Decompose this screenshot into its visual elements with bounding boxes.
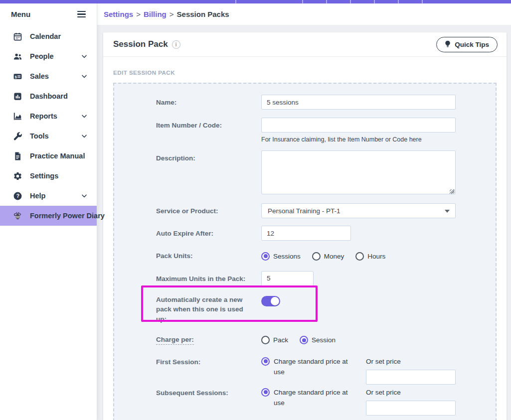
- name-row: Name:: [156, 95, 486, 110]
- sidebar-item-label: Help: [30, 192, 45, 200]
- topbar-segment-divider: [235, 0, 236, 3]
- edit-session-pack-form: Name: Item Number / Code: For Insurance …: [113, 83, 497, 420]
- max-units-row: Maximum Units in the Pack:: [156, 271, 486, 286]
- sidebar-nav: Calendar People $ Sales: [0, 26, 97, 226]
- item-number-input[interactable]: [261, 118, 456, 133]
- first-session-row: First Session: Charge standard price at …: [156, 357, 486, 385]
- breadcrumb: Settings > Billing > Session Packs: [97, 3, 511, 25]
- sidebar-item-tools[interactable]: Tools: [0, 126, 97, 146]
- pack-units-row: Pack Units: Sessions Money Hours: [156, 251, 486, 261]
- document-icon: [13, 151, 22, 161]
- item-number-label: Item Number / Code:: [156, 118, 261, 143]
- sidebar-item-dashboard[interactable]: Dashboard: [0, 86, 97, 106]
- pack-units-hours-label[interactable]: Hours: [367, 253, 385, 260]
- description-row: Description:: [156, 150, 486, 196]
- service-row: Service or Product: Personal Training - …: [156, 203, 486, 218]
- sidebar-item-people[interactable]: People: [0, 46, 97, 66]
- subsequent-price-input[interactable]: [366, 401, 456, 416]
- people-icon: [13, 52, 22, 61]
- auto-create-toggle[interactable]: [261, 296, 280, 306]
- auto-expire-input[interactable]: [261, 226, 351, 241]
- auto-expire-row: Auto Expire After:: [156, 226, 486, 241]
- subsequent-standard-label[interactable]: Charge standard price at use: [274, 388, 353, 416]
- svg-text:?: ?: [16, 193, 19, 199]
- sidebar-item-help[interactable]: ? Help: [0, 186, 97, 206]
- sidebar-item-calendar[interactable]: Calendar: [0, 26, 97, 46]
- reports-icon: [13, 112, 22, 121]
- quick-tips-button[interactable]: Quick Tips: [436, 37, 498, 52]
- pack-units-sessions-label[interactable]: Sessions: [273, 253, 301, 260]
- sidebar: Menu Calendar People: [0, 3, 97, 420]
- page-title: Session Pack: [113, 39, 168, 49]
- svg-text:$: $: [15, 75, 17, 79]
- first-session-standard-label[interactable]: Charge standard price at use: [274, 357, 353, 385]
- breadcrumb-current: Session Packs: [177, 10, 229, 18]
- bee-icon: [13, 211, 22, 221]
- wrench-icon: [13, 132, 22, 141]
- subsequent-sessions-label: Subsequent Sessions:: [156, 388, 261, 416]
- sidebar-item-settings[interactable]: Settings: [0, 166, 97, 186]
- subsequent-sessions-row: Subsequent Sessions: Charge standard pri…: [156, 388, 486, 416]
- description-label: Description:: [156, 150, 261, 196]
- sidebar-item-practice-manual[interactable]: Practice Manual: [0, 146, 97, 166]
- sidebar-item-reports[interactable]: Reports: [0, 106, 97, 126]
- toggle-knob: [271, 297, 279, 305]
- charge-per-pack-radio[interactable]: [261, 336, 270, 344]
- sidebar-item-label: Sales: [30, 72, 49, 80]
- charge-per-label: Charge per:: [156, 334, 261, 345]
- pack-units-hours-radio[interactable]: [355, 252, 364, 261]
- card-body: EDIT SESSION PACK Name: Item Number / Co…: [103, 57, 507, 420]
- main-content: Settings > Billing > Session Packs Sessi…: [97, 3, 511, 420]
- charge-per-pack-label[interactable]: Pack: [273, 336, 288, 344]
- name-label: Name:: [156, 95, 261, 110]
- sidebar-item-label: Calendar: [30, 32, 61, 40]
- quick-tips-label: Quick Tips: [455, 41, 489, 48]
- chevron-down-icon: [81, 53, 88, 60]
- pack-units-money-radio[interactable]: [312, 252, 321, 261]
- pack-units-sessions-radio[interactable]: [261, 252, 270, 261]
- max-units-input[interactable]: [261, 271, 314, 286]
- subsequent-or-label: Or set price: [366, 388, 456, 396]
- item-number-row: Item Number / Code: For Insurance claimi…: [156, 118, 486, 143]
- description-textarea[interactable]: [261, 150, 456, 194]
- session-pack-card: Session Pack i Quick Tips EDIT SESSION P…: [103, 32, 507, 420]
- sidebar-header: Menu: [0, 3, 97, 22]
- sidebar-item-label: Tools: [30, 132, 49, 140]
- first-session-standard-radio[interactable]: [261, 357, 270, 366]
- pack-units-money-label[interactable]: Money: [324, 253, 344, 260]
- card-header: Session Pack i Quick Tips: [103, 32, 507, 57]
- topbar-segment-divider: [374, 0, 375, 3]
- subsequent-standard-radio[interactable]: [261, 388, 270, 397]
- service-selected-value: Personal Training - PT-1: [268, 207, 341, 215]
- sidebar-item-label: Dashboard: [30, 92, 68, 100]
- pack-units-label: Pack Units:: [156, 251, 261, 261]
- breadcrumb-settings-link[interactable]: Settings: [104, 10, 133, 18]
- lightbulb-icon: [445, 40, 451, 48]
- help-icon: ?: [13, 191, 22, 201]
- charge-per-row: Charge per: Pack Session: [156, 334, 486, 345]
- info-icon[interactable]: i: [172, 40, 180, 49]
- top-accent-strip: [0, 0, 511, 3]
- auto-create-label: Automatically create a new pack when thi…: [156, 294, 261, 324]
- sidebar-item-label: Practice Manual: [30, 152, 85, 160]
- hamburger-menu-icon[interactable]: [77, 11, 86, 17]
- sidebar-item-label: Reports: [30, 112, 57, 120]
- breadcrumb-separator: >: [170, 10, 174, 18]
- sidebar-item-label: People: [30, 52, 54, 60]
- service-select[interactable]: Personal Training - PT-1: [261, 203, 456, 218]
- sidebar-item-sales[interactable]: $ Sales: [0, 66, 97, 86]
- dashboard-icon: [13, 92, 22, 101]
- gear-icon: [13, 171, 22, 181]
- charge-per-session-radio[interactable]: [300, 336, 308, 344]
- sidebar-item-formerly-power-diary[interactable]: Formerly Power Diary: [0, 206, 97, 226]
- menu-title: Menu: [11, 10, 30, 18]
- sidebar-item-label: Settings: [30, 172, 58, 180]
- chevron-down-icon: [81, 192, 88, 199]
- name-input[interactable]: [261, 95, 456, 110]
- first-session-price-input[interactable]: [366, 370, 456, 385]
- auto-expire-label: Auto Expire After:: [156, 226, 261, 241]
- charge-per-session-label[interactable]: Session: [312, 336, 336, 344]
- topbar-segment-divider: [302, 0, 303, 3]
- chevron-down-icon: [445, 210, 450, 213]
- breadcrumb-billing-link[interactable]: Billing: [144, 10, 167, 18]
